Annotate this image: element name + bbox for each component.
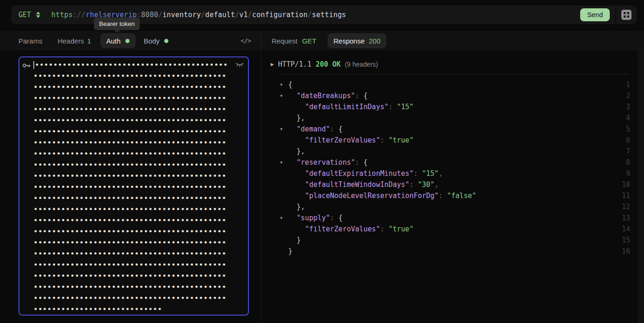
collapse-arrow-icon[interactable]: ▼ (279, 157, 286, 168)
json-line: "defaultExpirationMinutes": "15",9 (0, 168, 644, 179)
line-number: 8 (626, 157, 630, 168)
method-selector[interactable]: GET (19, 11, 40, 19)
json-line: }16 (0, 246, 644, 257)
gutter (279, 146, 286, 157)
line-number: 11 (622, 190, 630, 201)
line-number: 9 (626, 168, 630, 179)
collapse-arrow-icon[interactable]: ▼ (279, 124, 286, 135)
protocol-label: HTTP/1.1 (278, 60, 311, 68)
tab-body[interactable]: Body (144, 37, 168, 45)
tab-bar: Params Headers 1 Auth Body </> Request G… (0, 31, 644, 50)
line-number: 15 (622, 235, 630, 246)
method-label: GET (19, 11, 31, 19)
response-divider (280, 74, 629, 75)
json-code: "filterZeroValues": "true" (288, 135, 414, 146)
url-segment: / (308, 11, 312, 19)
request-tabs: Params Headers 1 Auth Body </> (0, 32, 261, 50)
method-dropdown-icon (36, 12, 40, 18)
json-line: ▼ "reservations": {8 (0, 157, 644, 168)
json-line: },7 (0, 146, 644, 157)
json-line: ▼ "demand": {5 (0, 124, 644, 135)
gutter (279, 235, 286, 246)
collapse-arrow-icon[interactable]: ▼ (279, 212, 286, 224)
url-segment: settings (312, 11, 346, 19)
json-code: "reservations": { (288, 157, 368, 168)
json-line: ▼{1 (0, 79, 644, 90)
json-code: "placeNodeLevelReservationForDg": "false… (288, 190, 476, 201)
json-line: ▼ "dateBreakups": {2 (0, 90, 644, 101)
response-status-line[interactable]: ▶ HTTP/1.1 200 OK (9 headers) (271, 60, 378, 68)
json-line: "defaultLimitInDays": "15"3 (0, 101, 644, 112)
json-code: "filterZeroValues": "true" (288, 224, 414, 235)
line-number: 3 (626, 101, 630, 112)
eye-off-icon[interactable] (235, 62, 244, 70)
json-line: "defaultTimeWindowInDays": "30",10 (0, 179, 644, 190)
json-line: }15 (0, 235, 644, 246)
body-set-indicator (164, 39, 168, 43)
gutter (279, 112, 286, 124)
line-number: 7 (626, 146, 630, 157)
collapse-arrow-icon[interactable]: ▼ (279, 79, 286, 90)
token-mask-row: ••••••••••••••••••••••••••••••••••••••••… (33, 271, 228, 282)
line-number: 4 (626, 112, 630, 124)
gutter (279, 168, 286, 179)
gutter (279, 101, 286, 112)
url-segment: default (205, 11, 235, 19)
url-segment: v1 (239, 11, 248, 19)
grid-menu-icon[interactable] (616, 6, 637, 24)
tab-params[interactable]: Params (19, 37, 43, 45)
json-code: "supply": { (288, 212, 342, 224)
collapse-arrow-icon[interactable]: ▶ (271, 62, 274, 67)
gutter (279, 190, 286, 201)
json-code: }, (288, 201, 305, 212)
json-code: } (288, 235, 301, 246)
auth-tooltip: Bearer token (94, 18, 140, 30)
gutter (279, 201, 286, 212)
response-json-viewer: ▼{1▼ "dateBreakups": {2 "defaultLimitInD… (0, 79, 644, 257)
line-number: 14 (622, 224, 630, 235)
json-code: }, (288, 112, 305, 124)
line-number: 16 (622, 246, 630, 257)
gutter (279, 224, 286, 235)
tab-response-label: Response (334, 37, 365, 45)
response-status-badge: 200 (369, 37, 380, 45)
json-code: "dateBreakups": { (288, 90, 368, 101)
json-line: "placeNodeLevelReservationForDg": "false… (0, 190, 644, 201)
json-line: },4 (0, 112, 644, 124)
tab-headers[interactable]: Headers 1 (58, 37, 91, 45)
tab-request-method: GET (302, 37, 316, 45)
json-line: "filterZeroValues": "true"14 (0, 224, 644, 235)
url-segment: configuration (252, 11, 308, 19)
collapse-arrow-icon[interactable]: ▼ (279, 90, 286, 101)
tab-auth-label: Auth (106, 37, 121, 45)
token-mask-row: ••••••••••••••••••••••••••••••••••••••••… (33, 260, 228, 271)
gutter (279, 135, 286, 146)
url-segment: :// (73, 11, 86, 19)
url-segment: https (51, 11, 73, 19)
line-number: 6 (626, 135, 630, 146)
json-code: "defaultExpirationMinutes": "15", (288, 168, 443, 179)
token-mask-row: ••••••••••••••••••••••••••••••••••••••••… (33, 293, 228, 304)
tab-auth[interactable]: Auth (100, 33, 136, 48)
tab-request[interactable]: Request GET (272, 37, 316, 45)
code-export-icon[interactable]: </> (241, 37, 251, 44)
gutter (279, 179, 286, 190)
json-code: } (288, 246, 292, 257)
token-mask-row: •••••••••••••••••••••••••••• (33, 304, 228, 315)
send-button[interactable]: Send (580, 8, 610, 21)
url-segment: / (235, 11, 239, 19)
json-line: ▼ "supply": {13 (0, 212, 644, 224)
token-mask-row: ••••••••••••••••••••••••••••••••••••••••… (33, 60, 228, 71)
auth-set-indicator (125, 39, 130, 43)
token-mask-row: ••••••••••••••••••••••••••••••••••••••••… (33, 282, 228, 293)
key-icon (22, 62, 31, 70)
tab-response[interactable]: Response 200 (328, 33, 387, 48)
headers-count-badge: 1 (87, 37, 91, 45)
json-code: { (288, 79, 292, 90)
text-cursor (33, 61, 34, 69)
line-number: 13 (622, 212, 630, 224)
url-segment: / (158, 11, 162, 19)
json-code: "demand": { (288, 124, 342, 135)
gutter (279, 246, 286, 257)
status-code-label: 200 OK (316, 60, 341, 68)
